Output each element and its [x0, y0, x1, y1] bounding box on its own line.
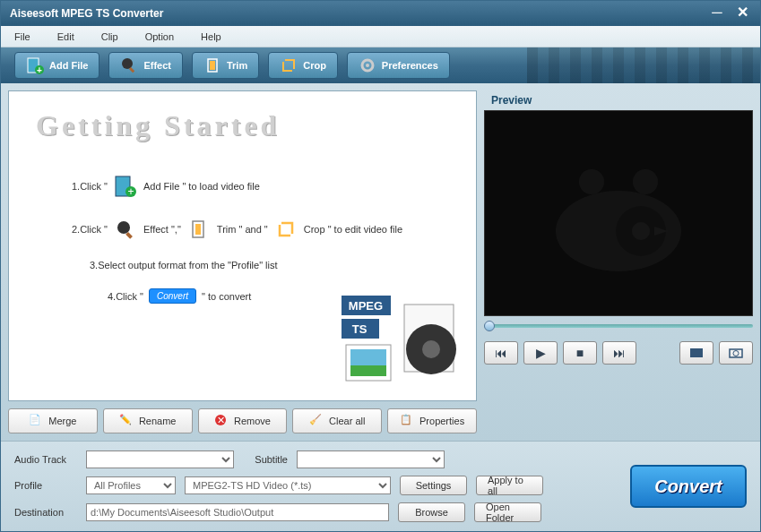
audiotrack-select[interactable] [86, 450, 234, 468]
destination-input[interactable] [86, 503, 389, 521]
clearall-button[interactable]: 🧹Clear all [292, 408, 382, 433]
titlebar: Aiseesoft MPEG TS Converter ─ ✕ [1, 1, 760, 26]
crop-label: Crop [303, 60, 326, 71]
step-2: 2.Click " Effect "," Trim " and " Crop "… [72, 217, 449, 242]
profile-select[interactable]: MPEG2-TS HD Video (*.ts) [185, 476, 391, 494]
svg-text:✕: ✕ [217, 415, 225, 425]
audiotrack-label: Audio Track [14, 454, 77, 465]
subtitle-select[interactable] [297, 450, 445, 468]
svg-text:+: + [127, 185, 134, 198]
broom-icon: 🧹 [309, 414, 324, 428]
svg-rect-23 [350, 365, 386, 376]
brush-icon [113, 217, 138, 242]
seek-thumb[interactable] [484, 321, 495, 331]
preferences-button[interactable]: Preferences [347, 52, 450, 79]
addfile-label: Add File [49, 60, 88, 71]
svg-point-28 [579, 169, 604, 194]
svg-rect-33 [690, 348, 703, 357]
close-button[interactable]: ✕ [733, 6, 751, 21]
remove-button[interactable]: ✕Remove [198, 408, 288, 433]
svg-rect-6 [210, 61, 215, 70]
profile-label: Profile [14, 480, 77, 491]
crop-icon [273, 217, 298, 242]
film-plus-icon: + [113, 174, 138, 199]
svg-point-8 [366, 64, 369, 67]
subtitle-label: Subtitle [243, 454, 288, 465]
browse-button[interactable]: Browse [398, 502, 465, 522]
svg-rect-15 [195, 224, 201, 235]
crop-button[interactable]: Crop [268, 52, 338, 79]
app-title: Aiseesoft MPEG TS Converter [10, 7, 708, 20]
heading: Getting Started [36, 109, 449, 142]
trim-icon [203, 56, 221, 74]
menu-option[interactable]: Option [145, 31, 174, 42]
trim-button[interactable]: Trim [192, 52, 259, 79]
fullscreen-button[interactable] [679, 341, 713, 365]
step-3: 3.Select output format from the "Profile… [90, 260, 449, 270]
merge-icon: 📄 [29, 414, 43, 428]
decor-mpeg-ts-icon: MPEG TS [342, 296, 467, 396]
gear-icon [359, 56, 376, 74]
svg-rect-13 [125, 232, 133, 239]
preview-logo-icon [538, 150, 699, 276]
crop-icon [280, 56, 298, 74]
merge-button[interactable]: 📄Merge [8, 408, 98, 433]
prev-button[interactable]: ⏮ [484, 341, 518, 365]
trim-icon [186, 217, 212, 242]
action-row: 📄Merge ✏️Rename ✕Remove 🧹Clear all 📋Prop… [8, 408, 477, 433]
settings-button[interactable]: Settings [400, 476, 467, 495]
properties-button[interactable]: 📋Properties [387, 408, 477, 433]
bottom-panel: Audio Track Subtitle Profile All Profile… [1, 441, 760, 531]
menu-help[interactable]: Help [201, 31, 221, 42]
openfolder-button[interactable]: Open Folder [474, 502, 541, 522]
preview-label: Preview [484, 90, 753, 110]
properties-icon: 📋 [400, 414, 414, 428]
menu-edit[interactable]: Edit [57, 31, 74, 42]
applyall-button[interactable]: Apply to all [476, 476, 543, 495]
svg-text:TS: TS [352, 322, 368, 336]
remove-icon: ✕ [214, 414, 229, 428]
minimize-button[interactable]: ─ [708, 6, 726, 21]
svg-text:MPEG: MPEG [349, 299, 383, 313]
svg-rect-22 [350, 349, 386, 365]
convert-button[interactable]: Convert [630, 465, 747, 508]
toolbar: + Add File Effect Trim Crop Preferences [1, 47, 760, 83]
svg-point-29 [633, 169, 658, 194]
preview-box [484, 110, 753, 316]
svg-point-12 [117, 221, 130, 234]
play-button[interactable]: ▶ [523, 341, 558, 365]
seek-bar[interactable] [484, 320, 753, 332]
profile-group-select[interactable]: All Profiles [86, 476, 176, 494]
content-area: Getting Started 1.Click " + Add File " t… [8, 90, 477, 401]
addfile-button[interactable]: + Add File [14, 52, 99, 79]
menu-clip[interactable]: Clip [101, 31, 118, 42]
rename-button[interactable]: ✏️Rename [103, 408, 193, 433]
film-plus-icon: + [26, 56, 44, 74]
svg-point-32 [632, 222, 650, 240]
destination-label: Destination [14, 507, 77, 518]
convert-mini-icon: Convert [149, 288, 196, 304]
next-button[interactable]: ⏭ [602, 341, 636, 365]
step-1: 1.Click " + Add File " to load video fil… [72, 174, 449, 199]
effect-button[interactable]: Effect [108, 52, 183, 79]
preferences-label: Preferences [382, 60, 438, 71]
app-window: Aiseesoft MPEG TS Converter ─ ✕ File Edi… [0, 0, 761, 532]
svg-text:+: + [37, 65, 42, 74]
menu-file[interactable]: File [14, 31, 30, 42]
svg-point-25 [422, 340, 440, 358]
svg-point-35 [733, 351, 739, 356]
menubar: File Edit Clip Option Help [1, 26, 760, 47]
pencil-icon: ✏️ [119, 414, 134, 428]
stop-button[interactable]: ■ [563, 341, 597, 365]
brush-icon [120, 56, 138, 74]
trim-label: Trim [227, 60, 247, 71]
snapshot-button[interactable] [719, 341, 753, 365]
effect-label: Effect [143, 60, 171, 71]
